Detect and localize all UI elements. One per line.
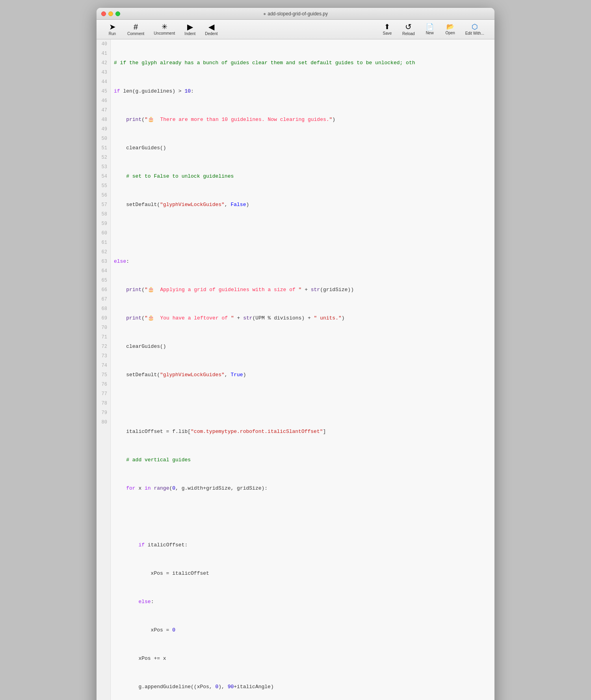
dedent-button[interactable]: ◀ Dedent [201, 21, 221, 37]
edit-with-icon: ⬡ [472, 23, 478, 30]
new-label: New [426, 31, 434, 35]
line-50: clearGuides() [114, 342, 491, 351]
dedent-icon: ◀ [208, 23, 214, 31]
indent-icon: ▶ [187, 23, 193, 31]
uncomment-label: Uncomment [154, 31, 175, 35]
dedent-label: Dedent [205, 32, 217, 36]
line-52 [114, 399, 491, 408]
edit-with-button[interactable]: ⬡ Edit With... [461, 22, 488, 37]
line-54: # add vertical guides [114, 455, 491, 465]
minimize-button[interactable] [108, 11, 113, 16]
open-button[interactable]: 📂 Open [441, 22, 460, 37]
line-53: italicOffset = f.lib["com.typemytype.rob… [114, 427, 491, 436]
new-button[interactable]: 📄 New [420, 22, 439, 37]
app-window: ● add-sloped-grid-of-guides.py ➤ Run # C… [97, 8, 494, 700]
line-57: if italicOffset: [114, 540, 491, 550]
line-62: g.appendGuideline((xPos, 0), 90+italicAn… [114, 682, 491, 692]
titlebar: ● add-sloped-grid-of-guides.py [97, 8, 494, 20]
toolbar: ➤ Run # Comment ✳ Uncomment ▶ Indent ◀ D… [97, 20, 494, 39]
indent-label: Indent [184, 32, 195, 36]
line-59: else: [114, 597, 491, 607]
save-label: Save [383, 31, 392, 35]
maximize-button[interactable] [115, 11, 120, 16]
reload-button[interactable]: ↺ Reload [398, 21, 419, 37]
uncomment-button[interactable]: ✳ Uncomment [150, 22, 179, 37]
traffic-lights [101, 11, 120, 16]
run-icon: ➤ [109, 23, 116, 31]
edit-with-label: Edit With... [465, 31, 484, 35]
indent-button[interactable]: ▶ Indent [180, 21, 199, 37]
save-icon: ⬆ [384, 23, 390, 30]
line-48: print("🎂 Applying a grid of guidelines w… [114, 285, 491, 295]
comment-icon: # [134, 23, 138, 31]
line-42: print("🎂 There are more than 10 guidelin… [114, 115, 491, 124]
uncomment-icon: ✳ [162, 23, 167, 30]
comment-button[interactable]: # Comment [123, 21, 148, 37]
open-icon: 📂 [446, 24, 454, 30]
line-46 [114, 228, 491, 238]
line-55: for x in range(0, g.width+gridSize, grid… [114, 484, 491, 493]
save-button[interactable]: ⬆ Save [378, 22, 397, 37]
comment-label: Comment [127, 32, 144, 36]
code-editor[interactable]: 40 41 42 43 44 45 46 47 48 49 50 51 52 5… [97, 39, 494, 700]
line-41: if len(g.guidelines) > 10: [114, 87, 491, 96]
modified-indicator: ● [263, 11, 266, 17]
line-60: xPos = 0 [114, 626, 491, 635]
run-button[interactable]: ➤ Run [103, 21, 122, 37]
window-title: ● add-sloped-grid-of-guides.py [263, 11, 328, 17]
line-56 [114, 512, 491, 522]
new-icon: 📄 [426, 24, 434, 30]
close-button[interactable] [101, 11, 106, 16]
code-content[interactable]: # if the glyph already has a bunch of gu… [111, 39, 494, 700]
line-51: setDefault("glyphViewLockGuides", True) [114, 370, 491, 380]
open-label: Open [445, 31, 455, 35]
reload-label: Reload [402, 32, 415, 36]
line-58: xPos = italicOffset [114, 569, 491, 578]
line-49: print("🎂 You have a leftover of " + str(… [114, 314, 491, 323]
run-label: Run [109, 32, 116, 36]
line-45: setDefault("glyphViewLockGuides", False) [114, 200, 491, 210]
line-47: else: [114, 257, 491, 266]
line-43: clearGuides() [114, 143, 491, 153]
line-44: # set to False to unlock guidelines [114, 172, 491, 181]
reload-icon: ↺ [405, 23, 412, 31]
line-numbers: 40 41 42 43 44 45 46 47 48 49 50 51 52 5… [97, 39, 111, 700]
line-40: # if the glyph already has a bunch of gu… [114, 58, 491, 68]
line-61: xPos += x [114, 654, 491, 663]
